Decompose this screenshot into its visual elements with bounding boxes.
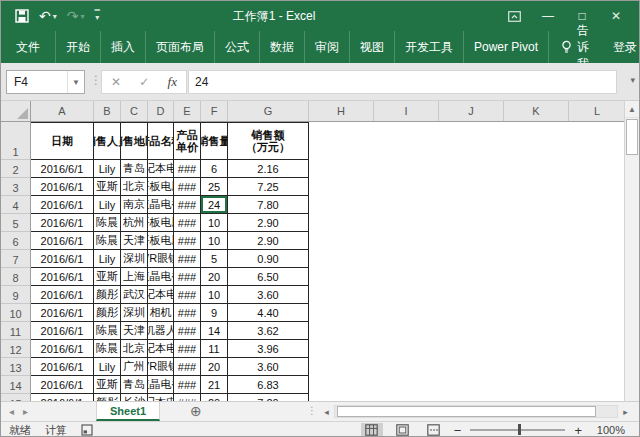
cell-F14[interactable]: 21 — [201, 376, 228, 394]
cell-G13[interactable]: 3.60 — [228, 358, 309, 376]
cell-G8[interactable]: 6.50 — [228, 268, 309, 286]
cell-G7[interactable]: 0.90 — [228, 250, 309, 268]
scroll-left-icon[interactable]: ◂ — [319, 404, 334, 419]
cell-B2[interactable]: Lily — [94, 160, 121, 178]
row-header-10[interactable]: 10 — [1, 304, 31, 322]
tabbar-scrollbar-divider[interactable]: ⋮ — [307, 405, 317, 416]
cell-F7[interactable]: 5 — [201, 250, 228, 268]
cell-B3[interactable]: 亚斯 — [94, 178, 121, 196]
sign-in-button[interactable]: 登录 — [599, 39, 640, 56]
formula-input[interactable]: 24 — [188, 70, 617, 94]
cell-D4[interactable]: 液晶电视 — [148, 196, 174, 214]
sheet-tab-sheet1[interactable]: Sheet1 — [96, 402, 160, 421]
column-header-D[interactable]: D — [148, 101, 174, 121]
formula-bar-expand-icon[interactable]: ▾ — [630, 75, 635, 85]
tab-review[interactable]: 审阅 — [305, 31, 350, 63]
zoom-out-icon[interactable]: − — [454, 423, 462, 437]
column-header-A[interactable]: A — [31, 101, 94, 121]
cell-C15[interactable]: 长沙 — [121, 394, 148, 401]
cell-B10[interactable]: 颜彤 — [94, 304, 121, 322]
cell-D6[interactable]: 平板电脑 — [148, 232, 174, 250]
horizontal-scroll-thumb[interactable] — [337, 406, 596, 417]
cell-D5[interactable]: 平板电脑 — [148, 214, 174, 232]
redo-dropdown-icon[interactable]: ▾ — [80, 12, 84, 21]
cell-B13[interactable]: Lily — [94, 358, 121, 376]
zoom-slider-thumb[interactable] — [518, 424, 521, 435]
cell-B1[interactable]: 销售人员 — [94, 122, 121, 160]
cell-A12[interactable]: 2016/6/1 — [31, 340, 94, 358]
cell-E6[interactable]: ### — [174, 232, 201, 250]
cell-F15[interactable]: 20 — [201, 394, 228, 401]
customize-qat-icon[interactable]: ▔▾ — [95, 12, 100, 20]
cancel-icon[interactable]: ✕ — [111, 75, 121, 89]
row-header-11[interactable]: 11 — [1, 322, 31, 340]
cell-C8[interactable]: 上海 — [121, 268, 148, 286]
cell-F9[interactable]: 10 — [201, 286, 228, 304]
cell-A3[interactable]: 2016/6/1 — [31, 178, 94, 196]
row-header-4[interactable]: 4 — [1, 196, 31, 214]
cell-C1[interactable]: 销售地区 — [121, 122, 148, 160]
tab-home[interactable]: 开始 — [56, 31, 101, 63]
column-header-C[interactable]: C — [121, 101, 148, 121]
cell-B12[interactable]: 陈晨 — [94, 340, 121, 358]
row-header-5[interactable]: 5 — [1, 214, 31, 232]
cell-E15[interactable]: ### — [174, 394, 201, 401]
cell-B5[interactable]: 陈晨 — [94, 214, 121, 232]
cell-C7[interactable]: 深圳 — [121, 250, 148, 268]
tab-file[interactable]: 文件 — [1, 31, 56, 63]
cell-E13[interactable]: ### — [174, 358, 201, 376]
zoom-in-icon[interactable]: + — [574, 423, 582, 437]
new-sheet-icon[interactable]: ⊕ — [190, 403, 202, 419]
tab-data[interactable]: 数据 — [260, 31, 305, 63]
cell-C11[interactable]: 天津 — [121, 322, 148, 340]
cell-D3[interactable]: 平板电脑 — [148, 178, 174, 196]
row-header-1[interactable]: 1 — [1, 122, 31, 160]
row-header-7[interactable]: 7 — [1, 250, 31, 268]
column-header-L[interactable]: L — [569, 101, 626, 121]
cell-C14[interactable]: 青岛 — [121, 376, 148, 394]
zoom-slider[interactable] — [470, 429, 565, 431]
cell-F1[interactable]: 销售量 — [201, 122, 228, 160]
cell-E9[interactable]: ### — [174, 286, 201, 304]
cell-A14[interactable]: 2016/6/1 — [31, 376, 94, 394]
cell-G15[interactable]: 7.20 — [228, 394, 309, 401]
insert-function-icon[interactable]: fx — [168, 74, 177, 90]
cell-D1[interactable]: 产品名称 — [148, 122, 174, 160]
cell-D12[interactable]: 笔记本电脑 — [148, 340, 174, 358]
tab-formulas[interactable]: 公式 — [215, 31, 260, 63]
redo-button[interactable]: ↷▾ — [67, 9, 85, 23]
cell-G14[interactable]: 6.83 — [228, 376, 309, 394]
row-header-8[interactable]: 8 — [1, 268, 31, 286]
cell-G5[interactable]: 2.90 — [228, 214, 309, 232]
column-header-I[interactable]: I — [374, 101, 439, 121]
row-header-14[interactable]: 14 — [1, 376, 31, 394]
cell-C2[interactable]: 青岛 — [121, 160, 148, 178]
status-calculate[interactable]: 计算 — [45, 423, 67, 437]
normal-view-button[interactable] — [361, 423, 383, 437]
tab-power-pivot[interactable]: Power Pivot — [464, 31, 549, 63]
cell-G11[interactable]: 3.62 — [228, 322, 309, 340]
cell-C10[interactable]: 深圳 — [121, 304, 148, 322]
close-button[interactable]: ✕ — [599, 1, 633, 31]
cell-A6[interactable]: 2016/6/1 — [31, 232, 94, 250]
cell-A7[interactable]: 2016/6/1 — [31, 250, 94, 268]
cell-D2[interactable]: 笔记本电脑 — [148, 160, 174, 178]
cell-D13[interactable]: VR眼镜 — [148, 358, 174, 376]
cell-D7[interactable]: VR眼镜 — [148, 250, 174, 268]
cell-G3[interactable]: 7.25 — [228, 178, 309, 196]
horizontal-scrollbar[interactable]: ◂ ▸ — [319, 404, 633, 419]
cell-E4[interactable]: ### — [174, 196, 201, 214]
sheet-next-icon[interactable]: ▸ — [23, 406, 28, 417]
save-icon[interactable] — [15, 9, 29, 23]
tab-view[interactable]: 视图 — [350, 31, 395, 63]
cell-E1[interactable]: 产品 单价 — [174, 122, 201, 160]
cell-F2[interactable]: 6 — [201, 160, 228, 178]
cell-B8[interactable]: 亚斯 — [94, 268, 121, 286]
tab-developer[interactable]: 开发工具 — [395, 31, 464, 63]
cell-C12[interactable]: 北京 — [121, 340, 148, 358]
row-header-13[interactable]: 13 — [1, 358, 31, 376]
cell-A8[interactable]: 2016/6/1 — [31, 268, 94, 286]
cell-F11[interactable]: 14 — [201, 322, 228, 340]
name-box-dropdown-icon[interactable]: ▼ — [67, 71, 84, 93]
scroll-right-icon[interactable]: ▸ — [618, 404, 633, 419]
